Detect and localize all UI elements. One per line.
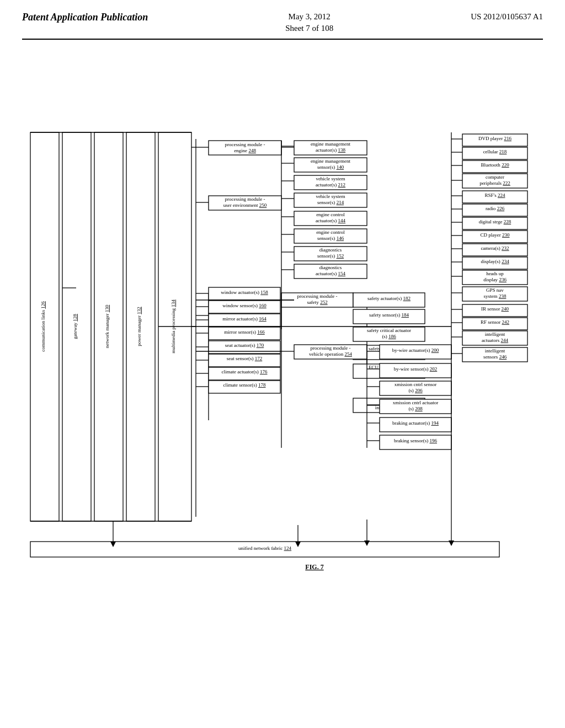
svg-text:heads updisplay 236: heads updisplay 236 — [483, 271, 507, 282]
svg-text:camera(s) 232: camera(s) 232 — [481, 245, 509, 251]
svg-text:GPS navsystem 238: GPS navsystem 238 — [484, 287, 507, 299]
svg-text:communication links 126: communication links 126 — [40, 301, 46, 352]
svg-text:vehicle systemsensor(s) 214: vehicle systemsensor(s) 214 — [316, 194, 345, 205]
svg-text:braking sensor(s) 196: braking sensor(s) 196 — [394, 438, 438, 443]
patent-number: US 2012/0105637 A1 — [471, 11, 543, 23]
svg-text:RSF's 224: RSF's 224 — [485, 192, 505, 198]
svg-text:Bluetooth 220: Bluetooth 220 — [481, 162, 509, 168]
sheet-info: Sheet 7 of 108 — [285, 23, 333, 34]
svg-text:gateway 128: gateway 128 — [72, 314, 78, 339]
patent-num-text: US 2012/0105637 A1 — [471, 12, 543, 21]
svg-text:mirror actuator(s) 164: mirror actuator(s) 164 — [222, 316, 266, 322]
svg-text:climate sensor(s) 178: climate sensor(s) 178 — [223, 382, 266, 388]
svg-text:safety sensor(s) 184: safety sensor(s) 184 — [369, 312, 409, 318]
svg-text:radio 226: radio 226 — [486, 206, 505, 211]
svg-text:processing module -vehicle ope: processing module -vehicle operation 254 — [309, 345, 352, 357]
final-diagram: .bx { fill: white; stroke: #000; stroke-… — [22, 45, 552, 685]
pub-title-text: Patent Application Publication — [22, 12, 148, 23]
svg-text:safety actuator(s) 182: safety actuator(s) 182 — [367, 296, 411, 301]
svg-text:IR sensor 240: IR sensor 240 — [481, 306, 509, 312]
svg-text:by-wire sensor(s) 202: by-wire sensor(s) 202 — [394, 366, 437, 372]
svg-text:FIG. 7: FIG. 7 — [305, 563, 323, 571]
svg-text:by-wire actuator(s) 200: by-wire actuator(s) 200 — [392, 347, 439, 353]
svg-text:RF sensor 242: RF sensor 242 — [481, 319, 509, 325]
svg-text:network manager 130: network manager 130 — [104, 304, 110, 348]
svg-text:cellular 218: cellular 218 — [483, 149, 507, 154]
svg-text:unified network fabric 124: unified network fabric 124 — [238, 545, 292, 551]
svg-text:climate actuator(s) 176: climate actuator(s) 176 — [222, 369, 268, 374]
svg-text:window sensor(s) 160: window sensor(s) 160 — [222, 303, 266, 308]
svg-text:seat actuator(s) 170: seat actuator(s) 170 — [225, 342, 264, 348]
svg-text:power manager 132: power manager 132 — [136, 307, 142, 346]
pub-date: May 3, 2012 — [285, 11, 333, 23]
header-center-info: May 3, 2012 Sheet 7 of 108 — [285, 11, 333, 34]
svg-text:seat sensor(s) 172: seat sensor(s) 172 — [227, 356, 263, 361]
svg-text:vehicle systemactuator(s) 212: vehicle systemactuator(s) 212 — [316, 176, 345, 188]
svg-text:DVD player 216: DVD player 216 — [478, 136, 512, 141]
svg-text:CD player 230: CD player 230 — [481, 232, 510, 238]
svg-text:engine controlactuator(s) 144: engine controlactuator(s) 144 — [316, 212, 346, 223]
svg-text:engine controlsensor(s) 146: engine controlsensor(s) 146 — [316, 229, 345, 241]
diagram-container: .box { fill: white; stroke: black; strok… — [22, 45, 552, 690]
svg-text:intelligentsensors 246: intelligentsensors 246 — [483, 348, 507, 360]
svg-text:diagnosticsactuator(s) 154: diagnosticsactuator(s) 154 — [316, 265, 346, 276]
svg-text:digital strge 228: digital strge 228 — [479, 219, 511, 224]
svg-text:diagnosticssensor(s) 152: diagnosticssensor(s) 152 — [317, 247, 344, 259]
publication-title: Patent Application Publication — [22, 11, 148, 24]
svg-text:window actuator(s) 158: window actuator(s) 158 — [221, 290, 268, 295]
page-header: Patent Application Publication May 3, 20… — [22, 11, 543, 40]
svg-text:display(s) 234: display(s) 234 — [481, 259, 509, 264]
svg-text:engine managementactuator(s) 1: engine managementactuator(s) 138 — [311, 141, 351, 153]
svg-text:braking actuator(s) 194: braking actuator(s) 194 — [392, 420, 439, 426]
page: Patent Application Publication May 3, 20… — [0, 0, 565, 728]
svg-text:mirror sensor(s) 166: mirror sensor(s) 166 — [224, 329, 265, 335]
svg-text:processing module -user enviro: processing module -user environment 250 — [223, 196, 267, 208]
svg-text:intelligentactuators 244: intelligentactuators 244 — [482, 331, 509, 343]
